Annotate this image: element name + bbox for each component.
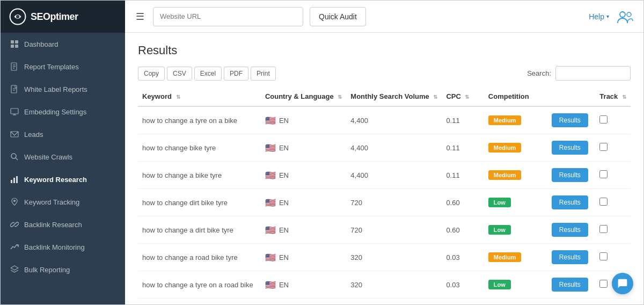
- cell-results-btn[interactable]: Results: [547, 162, 596, 189]
- track-checkbox[interactable]: [599, 170, 608, 178]
- results-button[interactable]: Results: [552, 113, 588, 127]
- monitor-icon: [10, 107, 19, 116]
- cell-results-btn[interactable]: Results: [547, 271, 596, 299]
- grid-icon: [10, 40, 19, 48]
- cell-results-btn[interactable]: Results: [547, 244, 596, 271]
- results-button[interactable]: Results: [552, 223, 588, 237]
- cell-volume: 720: [346, 216, 442, 244]
- chat-bubble[interactable]: [612, 273, 633, 294]
- sidebar-item-website-crawls[interactable]: Website Crawls: [1, 146, 125, 168]
- main-content: ☰ Quick Audit Help ▾ Results Copy CSV Ex…: [125, 1, 643, 304]
- sidebar-item-report-templates[interactable]: Report Templates: [1, 55, 125, 78]
- pdf-button[interactable]: PDF: [224, 67, 248, 81]
- cell-competition: Low: [484, 271, 547, 299]
- sidebar-item-keyword-research-label: Keyword Research: [24, 176, 87, 184]
- sidebar-item-embedding-label: Embedding Settings: [24, 108, 86, 116]
- csv-button[interactable]: CSV: [167, 67, 192, 81]
- competition-badge: Medium: [488, 170, 522, 180]
- track-checkbox[interactable]: [599, 198, 608, 206]
- logo[interactable]: SEOptimer: [1, 1, 125, 33]
- sidebar-item-bulk-reporting-label: Bulk Reporting: [24, 266, 70, 274]
- track-checkbox[interactable]: [599, 252, 608, 260]
- flag-icon: 🇺🇸: [265, 252, 276, 263]
- table-row: how to change a road bike tyre 🇺🇸 EN 320…: [138, 244, 631, 271]
- sidebar-item-leads[interactable]: Leads: [1, 123, 125, 146]
- quick-audit-button[interactable]: Quick Audit: [310, 7, 366, 26]
- cell-keyword: how to change a tyre on a bike: [138, 106, 261, 134]
- cell-competition: Low: [484, 216, 547, 244]
- svg-rect-13: [11, 108, 18, 114]
- col-cpc-label: CPC: [446, 92, 460, 100]
- table-row: how to change dirt bike tyre 🇺🇸 EN 720 0…: [138, 189, 631, 216]
- results-button[interactable]: Results: [552, 168, 588, 182]
- cell-track[interactable]: [595, 106, 631, 134]
- col-header-volume[interactable]: Monthly Search Volume ⇅: [346, 87, 442, 106]
- cell-results-btn[interactable]: Results: [547, 106, 596, 134]
- sidebar-item-keyword-research[interactable]: Keyword Research: [1, 168, 125, 191]
- col-country-label: Country & Language: [265, 92, 334, 100]
- cell-keyword: how to change a dirt bike tyre: [138, 216, 261, 244]
- col-header-cpc[interactable]: CPC ⇅: [442, 87, 484, 106]
- hamburger-icon[interactable]: ☰: [134, 9, 147, 25]
- excel-button[interactable]: Excel: [194, 67, 222, 81]
- sidebar: SEOptimer Dashboard Report Templates Whi…: [1, 1, 125, 304]
- results-button[interactable]: Results: [552, 278, 588, 292]
- cell-cpc: 0.11: [442, 162, 484, 189]
- table-row: how to change a bike tyre 🇺🇸 EN 4,400 0.…: [138, 162, 631, 189]
- file-share-icon: [10, 85, 19, 93]
- cell-track[interactable]: [595, 244, 631, 271]
- sidebar-item-backlink-research[interactable]: Backlink Research: [1, 213, 125, 236]
- col-header-track[interactable]: Track ⇅: [595, 87, 631, 106]
- svg-rect-4: [11, 45, 14, 48]
- results-button[interactable]: Results: [552, 195, 588, 209]
- track-checkbox[interactable]: [599, 115, 608, 124]
- cell-track[interactable]: [595, 162, 631, 189]
- pin-icon: [10, 198, 19, 206]
- sidebar-item-report-templates-label: Report Templates: [24, 63, 79, 71]
- sort-icon-keyword: ⇅: [176, 94, 180, 100]
- svg-rect-5: [15, 45, 18, 48]
- track-checkbox[interactable]: [599, 280, 608, 288]
- col-competition-label: Competition: [488, 92, 529, 100]
- avatar[interactable]: [616, 7, 635, 26]
- col-header-keyword[interactable]: Keyword ⇅: [138, 87, 261, 106]
- col-header-competition[interactable]: Competition: [484, 87, 547, 106]
- sidebar-item-keyword-tracking[interactable]: Keyword Tracking: [1, 191, 125, 213]
- sidebar-item-embedding[interactable]: Embedding Settings: [1, 100, 125, 123]
- svg-point-17: [11, 154, 16, 158]
- cell-volume: 4,400: [346, 106, 442, 134]
- col-header-country[interactable]: Country & Language ⇅: [261, 87, 346, 106]
- sidebar-item-backlink-monitoring[interactable]: Backlink Monitoring: [1, 236, 125, 258]
- file-edit-icon: [10, 62, 19, 71]
- cell-volume: 320: [346, 271, 442, 299]
- page-title: Results: [138, 43, 631, 57]
- sidebar-item-website-crawls-label: Website Crawls: [24, 153, 72, 161]
- search-input[interactable]: [555, 66, 631, 81]
- sidebar-item-backlink-monitoring-label: Backlink Monitoring: [24, 243, 85, 251]
- sidebar-item-white-label[interactable]: White Label Reports: [1, 78, 125, 100]
- results-button[interactable]: Results: [552, 141, 588, 155]
- print-button[interactable]: Print: [251, 67, 276, 81]
- cell-volume: 4,400: [346, 162, 442, 189]
- cell-track[interactable]: [595, 216, 631, 244]
- url-input[interactable]: [153, 7, 303, 26]
- sort-icon-volume: ⇅: [433, 94, 437, 100]
- copy-button[interactable]: Copy: [138, 67, 165, 81]
- cell-results-btn[interactable]: Results: [547, 216, 596, 244]
- help-button[interactable]: Help ▾: [589, 12, 609, 21]
- competition-badge: Low: [488, 280, 511, 289]
- cell-track[interactable]: [595, 134, 631, 162]
- cell-cpc: 0.11: [442, 134, 484, 162]
- cell-results-btn[interactable]: Results: [547, 189, 596, 216]
- cell-track[interactable]: [595, 189, 631, 216]
- results-button[interactable]: Results: [552, 250, 588, 264]
- track-checkbox[interactable]: [599, 143, 608, 151]
- cell-results-btn[interactable]: Results: [547, 134, 596, 162]
- cell-cpc: 0.03: [442, 271, 484, 299]
- cell-keyword: how to change a road bike tyre: [138, 244, 261, 271]
- sidebar-item-leads-label: Leads: [24, 130, 43, 139]
- svg-point-1: [16, 15, 19, 18]
- track-checkbox[interactable]: [599, 225, 608, 233]
- sidebar-item-dashboard[interactable]: Dashboard: [1, 33, 125, 55]
- sidebar-item-bulk-reporting[interactable]: Bulk Reporting: [1, 258, 125, 281]
